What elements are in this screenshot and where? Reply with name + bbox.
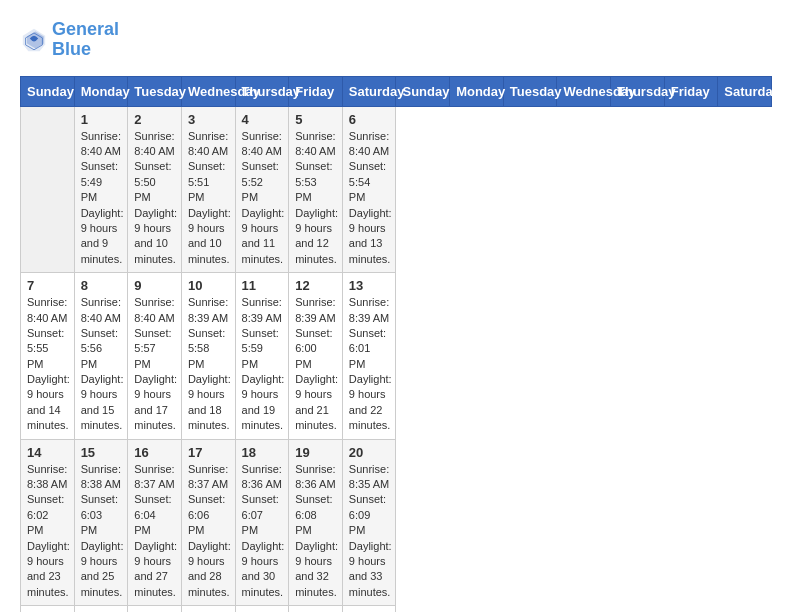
- calendar-cell: 8Sunrise: 8:40 AM Sunset: 5:56 PM Daylig…: [74, 273, 128, 440]
- cell-content: Sunrise: 8:39 AM Sunset: 5:59 PM Dayligh…: [242, 295, 283, 434]
- calendar-cell: 13Sunrise: 8:39 AM Sunset: 6:01 PM Dayli…: [342, 273, 396, 440]
- cell-content: Sunrise: 8:40 AM Sunset: 5:51 PM Dayligh…: [188, 129, 229, 268]
- cell-content: Sunrise: 8:38 AM Sunset: 6:03 PM Dayligh…: [81, 462, 122, 601]
- calendar-cell: 25Sunrise: 8:32 AM Sunset: 6:15 PM Dayli…: [235, 606, 289, 612]
- calendar-cell: 14Sunrise: 8:38 AM Sunset: 6:02 PM Dayli…: [21, 439, 75, 606]
- day-header-monday: Monday: [74, 76, 128, 106]
- day-number: 15: [81, 445, 122, 460]
- calendar-week-2: 7Sunrise: 8:40 AM Sunset: 5:55 PM Daylig…: [21, 273, 772, 440]
- day-header-tuesday: Tuesday: [128, 76, 182, 106]
- calendar-cell: 24Sunrise: 8:32 AM Sunset: 6:14 PM Dayli…: [181, 606, 235, 612]
- day-number: 10: [188, 278, 229, 293]
- day-header-sunday: Sunday: [21, 76, 75, 106]
- cell-content: Sunrise: 8:35 AM Sunset: 6:09 PM Dayligh…: [349, 462, 390, 601]
- cell-content: Sunrise: 8:38 AM Sunset: 6:02 PM Dayligh…: [27, 462, 68, 601]
- cell-content: Sunrise: 8:36 AM Sunset: 6:08 PM Dayligh…: [295, 462, 336, 601]
- day-number: 17: [188, 445, 229, 460]
- calendar-cell: 1Sunrise: 8:40 AM Sunset: 5:49 PM Daylig…: [74, 106, 128, 273]
- day-number: 8: [81, 278, 122, 293]
- calendar-cell: 9Sunrise: 8:40 AM Sunset: 5:57 PM Daylig…: [128, 273, 182, 440]
- cell-content: Sunrise: 8:39 AM Sunset: 6:01 PM Dayligh…: [349, 295, 390, 434]
- logo-text: General Blue: [52, 20, 119, 60]
- day-header-thursday: Thursday: [611, 76, 665, 106]
- day-number: 7: [27, 278, 68, 293]
- calendar-cell: 15Sunrise: 8:38 AM Sunset: 6:03 PM Dayli…: [74, 439, 128, 606]
- calendar-cell: 26Sunrise: 8:31 AM Sunset: 6:17 PM Dayli…: [289, 606, 343, 612]
- day-header-wednesday: Wednesday: [181, 76, 235, 106]
- calendar-cell: 11Sunrise: 8:39 AM Sunset: 5:59 PM Dayli…: [235, 273, 289, 440]
- cell-content: Sunrise: 8:40 AM Sunset: 5:56 PM Dayligh…: [81, 295, 122, 434]
- cell-content: Sunrise: 8:36 AM Sunset: 6:07 PM Dayligh…: [242, 462, 283, 601]
- day-number: 18: [242, 445, 283, 460]
- day-number: 3: [188, 112, 229, 127]
- calendar-cell: 4Sunrise: 8:40 AM Sunset: 5:52 PM Daylig…: [235, 106, 289, 273]
- calendar-table: SundayMondayTuesdayWednesdayThursdayFrid…: [20, 76, 772, 612]
- logo: General Blue: [20, 20, 119, 60]
- day-header-saturday: Saturday: [718, 76, 772, 106]
- cell-content: Sunrise: 8:37 AM Sunset: 6:06 PM Dayligh…: [188, 462, 229, 601]
- day-header-saturday: Saturday: [342, 76, 396, 106]
- calendar-week-1: 1Sunrise: 8:40 AM Sunset: 5:49 PM Daylig…: [21, 106, 772, 273]
- calendar-cell: 21Sunrise: 8:35 AM Sunset: 6:10 PM Dayli…: [21, 606, 75, 612]
- calendar-cell: 22Sunrise: 8:34 AM Sunset: 6:12 PM Dayli…: [74, 606, 128, 612]
- day-number: 11: [242, 278, 283, 293]
- calendar-cell: 17Sunrise: 8:37 AM Sunset: 6:06 PM Dayli…: [181, 439, 235, 606]
- cell-content: Sunrise: 8:39 AM Sunset: 6:00 PM Dayligh…: [295, 295, 336, 434]
- calendar-cell: 5Sunrise: 8:40 AM Sunset: 5:53 PM Daylig…: [289, 106, 343, 273]
- day-header-thursday: Thursday: [235, 76, 289, 106]
- calendar-cell: 7Sunrise: 8:40 AM Sunset: 5:55 PM Daylig…: [21, 273, 75, 440]
- day-header-monday: Monday: [450, 76, 504, 106]
- calendar-cell: 20Sunrise: 8:35 AM Sunset: 6:09 PM Dayli…: [342, 439, 396, 606]
- cell-content: Sunrise: 8:40 AM Sunset: 5:50 PM Dayligh…: [134, 129, 175, 268]
- day-number: 12: [295, 278, 336, 293]
- day-number: 2: [134, 112, 175, 127]
- cell-content: Sunrise: 8:40 AM Sunset: 5:52 PM Dayligh…: [242, 129, 283, 268]
- calendar-cell: 12Sunrise: 8:39 AM Sunset: 6:00 PM Dayli…: [289, 273, 343, 440]
- day-header-wednesday: Wednesday: [557, 76, 611, 106]
- cell-content: Sunrise: 8:40 AM Sunset: 5:55 PM Dayligh…: [27, 295, 68, 434]
- calendar-header-row: SundayMondayTuesdayWednesdayThursdayFrid…: [21, 76, 772, 106]
- cell-content: Sunrise: 8:40 AM Sunset: 5:54 PM Dayligh…: [349, 129, 390, 268]
- page-header: General Blue: [20, 20, 772, 60]
- day-number: 20: [349, 445, 390, 460]
- day-number: 14: [27, 445, 68, 460]
- day-number: 1: [81, 112, 122, 127]
- day-header-tuesday: Tuesday: [503, 76, 557, 106]
- day-number: 5: [295, 112, 336, 127]
- calendar-cell: 16Sunrise: 8:37 AM Sunset: 6:04 PM Dayli…: [128, 439, 182, 606]
- day-number: 6: [349, 112, 390, 127]
- calendar-cell: 2Sunrise: 8:40 AM Sunset: 5:50 PM Daylig…: [128, 106, 182, 273]
- calendar-cell: 3Sunrise: 8:40 AM Sunset: 5:51 PM Daylig…: [181, 106, 235, 273]
- cell-content: Sunrise: 8:40 AM Sunset: 5:49 PM Dayligh…: [81, 129, 122, 268]
- calendar-cell: 10Sunrise: 8:39 AM Sunset: 5:58 PM Dayli…: [181, 273, 235, 440]
- day-header-friday: Friday: [289, 76, 343, 106]
- day-number: 19: [295, 445, 336, 460]
- day-header-sunday: Sunday: [396, 76, 450, 106]
- calendar-cell: 27Sunrise: 8:30 AM Sunset: 6:18 PM Dayli…: [342, 606, 396, 612]
- calendar-cell: 19Sunrise: 8:36 AM Sunset: 6:08 PM Dayli…: [289, 439, 343, 606]
- cell-content: Sunrise: 8:40 AM Sunset: 5:57 PM Dayligh…: [134, 295, 175, 434]
- day-number: 13: [349, 278, 390, 293]
- cell-content: Sunrise: 8:40 AM Sunset: 5:53 PM Dayligh…: [295, 129, 336, 268]
- day-header-friday: Friday: [664, 76, 718, 106]
- calendar-week-4: 21Sunrise: 8:35 AM Sunset: 6:10 PM Dayli…: [21, 606, 772, 612]
- logo-icon: [20, 26, 48, 54]
- calendar-cell: 6Sunrise: 8:40 AM Sunset: 5:54 PM Daylig…: [342, 106, 396, 273]
- day-number: 16: [134, 445, 175, 460]
- calendar-cell: 18Sunrise: 8:36 AM Sunset: 6:07 PM Dayli…: [235, 439, 289, 606]
- day-number: 4: [242, 112, 283, 127]
- calendar-cell: [21, 106, 75, 273]
- day-number: 9: [134, 278, 175, 293]
- calendar-week-3: 14Sunrise: 8:38 AM Sunset: 6:02 PM Dayli…: [21, 439, 772, 606]
- cell-content: Sunrise: 8:37 AM Sunset: 6:04 PM Dayligh…: [134, 462, 175, 601]
- calendar-cell: 23Sunrise: 8:33 AM Sunset: 6:13 PM Dayli…: [128, 606, 182, 612]
- cell-content: Sunrise: 8:39 AM Sunset: 5:58 PM Dayligh…: [188, 295, 229, 434]
